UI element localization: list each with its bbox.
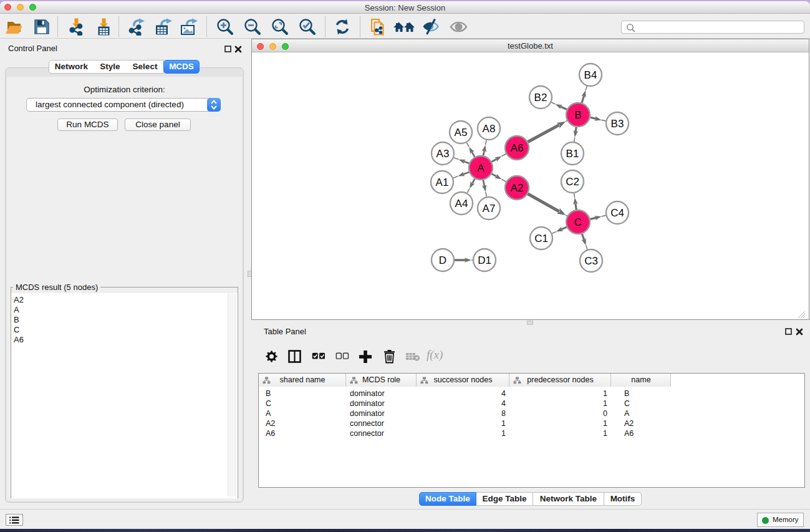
svg-text:B1: B1 bbox=[566, 148, 579, 160]
svg-text:D1: D1 bbox=[478, 254, 491, 266]
svg-text:A1: A1 bbox=[436, 177, 449, 188]
svg-text:A4: A4 bbox=[455, 198, 468, 210]
svg-text:C2: C2 bbox=[566, 176, 579, 188]
svg-text:C: C bbox=[574, 216, 582, 228]
svg-text:B3: B3 bbox=[611, 118, 624, 130]
svg-text:A7: A7 bbox=[483, 203, 496, 215]
svg-text:A3: A3 bbox=[436, 148, 450, 160]
svg-text:A8: A8 bbox=[483, 123, 496, 135]
svg-text:A: A bbox=[477, 162, 485, 174]
svg-text:C3: C3 bbox=[584, 255, 598, 267]
svg-text:A6: A6 bbox=[511, 142, 524, 154]
svg-text:B2: B2 bbox=[534, 92, 547, 104]
svg-text:C4: C4 bbox=[610, 207, 624, 219]
svg-text:A5: A5 bbox=[455, 127, 468, 138]
svg-text:C1: C1 bbox=[534, 233, 548, 244]
svg-text:B4: B4 bbox=[584, 69, 597, 81]
svg-text:D: D bbox=[439, 254, 446, 266]
svg-text:B: B bbox=[574, 109, 581, 121]
svg-text:A2: A2 bbox=[511, 182, 524, 194]
